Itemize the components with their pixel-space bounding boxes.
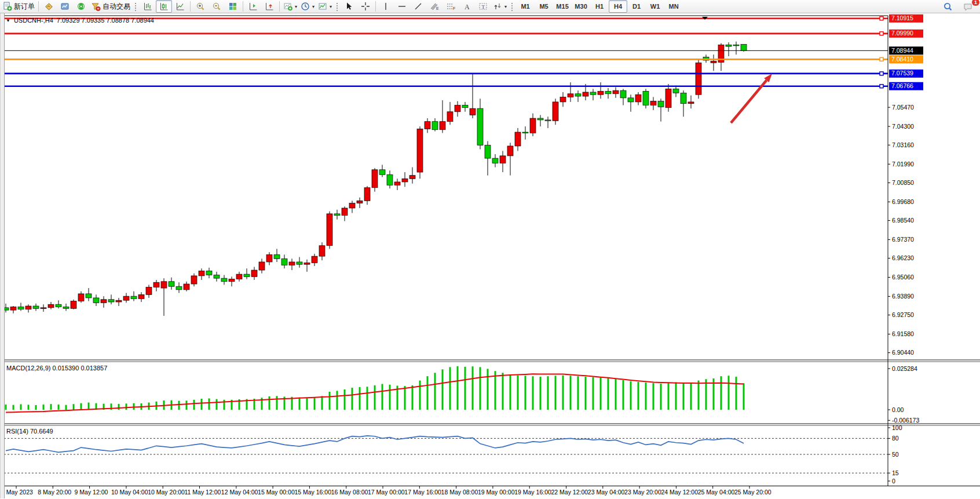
- svg-text:9 May 12:00: 9 May 12:00: [75, 489, 108, 496]
- text-label-tool-button[interactable]: T: [475, 0, 491, 13]
- search-icon: [943, 2, 953, 12]
- svg-text:80: 80: [892, 435, 899, 442]
- periods-dropdown-arrow[interactable]: ▾: [312, 4, 315, 9]
- svg-text:0: 0: [892, 478, 895, 485]
- window-left-frame: [0, 13, 5, 498]
- svg-text:6.92750: 6.92750: [892, 311, 914, 318]
- hline-handle: [880, 17, 883, 20]
- svg-text:6.97370: 6.97370: [892, 236, 914, 243]
- crosshair-tool-button[interactable]: [357, 0, 374, 13]
- indicators-dropdown-arrow[interactable]: ▾: [295, 4, 297, 9]
- svg-text:11 May 12:00: 11 May 12:00: [185, 489, 221, 496]
- cursor-tool-button[interactable]: [341, 0, 357, 13]
- svg-text:12 May 04:00: 12 May 04:00: [221, 489, 258, 496]
- svg-text:0.025284: 0.025284: [892, 365, 917, 372]
- trendline-tool-button[interactable]: [410, 0, 426, 13]
- main-toolbar: 新订单: [0, 0, 980, 13]
- hline-handle: [880, 72, 883, 75]
- hline-handle: [880, 85, 883, 88]
- timeframe-m30-button[interactable]: M30: [572, 0, 590, 13]
- market-watch-button[interactable]: [41, 0, 57, 13]
- timeframe-mn-button[interactable]: MN: [664, 0, 683, 13]
- svg-text:18 May 08:00: 18 May 08:00: [441, 489, 478, 496]
- svg-text:8 May 2023: 8 May 2023: [1, 489, 33, 496]
- signals-button[interactable]: [73, 0, 89, 13]
- svg-text:6.91580: 6.91580: [892, 330, 914, 337]
- auto-trading-label: 自动交易: [103, 2, 130, 12]
- horizontal-line-tool-button[interactable]: [394, 0, 410, 13]
- candlestick-mode-button[interactable]: [156, 0, 172, 13]
- svg-text:0.00: 0.00: [892, 406, 904, 413]
- community-button[interactable]: 1: [960, 1, 977, 13]
- equidistant-channel-tool-button[interactable]: E: [426, 0, 443, 13]
- auto-scroll-icon: [265, 2, 274, 11]
- new-order-button[interactable]: 新订单: [1, 0, 36, 13]
- svg-text:23 May 04:00: 23 May 04:00: [588, 489, 625, 496]
- svg-text:-0.006173: -0.006173: [892, 417, 919, 424]
- svg-text:8 May 20:00: 8 May 20:00: [38, 489, 71, 496]
- text-tool-button[interactable]: A: [459, 0, 475, 13]
- bar-chart-mode-button[interactable]: [140, 0, 156, 13]
- svg-text:T: T: [481, 4, 485, 10]
- chart-shift-button[interactable]: [245, 0, 261, 13]
- svg-text:15 May 00:00: 15 May 00:00: [258, 489, 295, 496]
- tile-windows-button[interactable]: [225, 0, 241, 13]
- svg-text:17 May 00:00: 17 May 00:00: [368, 489, 405, 496]
- chart-canvas[interactable]: 7.054707.043007.031607.019907.008506.996…: [0, 13, 980, 499]
- timeframe-m15-button[interactable]: M15: [553, 0, 572, 13]
- svg-text:6.98540: 6.98540: [892, 217, 914, 224]
- templates-button[interactable]: ▾: [316, 0, 334, 13]
- templates-dropdown-arrow[interactable]: ▾: [330, 4, 332, 9]
- svg-text:19 May 00:00: 19 May 00:00: [478, 489, 515, 496]
- svg-text:7.04300: 7.04300: [892, 123, 914, 130]
- vertical-line-tool-button[interactable]: [378, 0, 394, 13]
- tile-windows-icon: [228, 2, 237, 11]
- svg-text:7.00850: 7.00850: [892, 179, 914, 186]
- indicators-button[interactable]: ▾: [281, 0, 299, 13]
- svg-text:E: E: [436, 6, 439, 10]
- trading-terminal-window: { "toolbar": { "new_order_label": "新订单",…: [0, 0, 980, 499]
- text-tool-icon: A: [463, 2, 471, 11]
- auto-trading-icon: [91, 2, 101, 11]
- zoom-out-button[interactable]: [209, 0, 225, 13]
- zoom-in-button[interactable]: [192, 0, 209, 13]
- svg-text:6.96230: 6.96230: [892, 254, 914, 261]
- svg-text:24 May 12:00: 24 May 12:00: [661, 489, 698, 496]
- periods-button[interactable]: ▾: [299, 0, 316, 13]
- svg-text:A: A: [465, 3, 470, 11]
- timeframe-w1-button[interactable]: W1: [646, 0, 664, 13]
- svg-text:7.07539: 7.07539: [891, 70, 913, 77]
- svg-text:7.09990: 7.09990: [891, 30, 913, 37]
- clock-icon: [301, 2, 310, 11]
- svg-text:50: 50: [892, 451, 899, 458]
- text-label-icon: T: [478, 2, 488, 11]
- timeframe-h1-button[interactable]: H1: [590, 0, 609, 13]
- arrows-tool-button[interactable]: ▾: [491, 0, 509, 13]
- fibonacci-tool-button[interactable]: F: [443, 0, 459, 13]
- auto-scroll-button[interactable]: [261, 0, 277, 13]
- auto-trading-button[interactable]: 自动交易: [89, 0, 132, 13]
- equidistant-channel-icon: E: [430, 2, 440, 11]
- indicators-icon: [283, 2, 292, 11]
- svg-text:25 May 20:00: 25 May 20:00: [734, 489, 771, 496]
- arrows-tool-icon: [493, 2, 502, 11]
- svg-text:7.08944: 7.08944: [891, 47, 913, 54]
- svg-text:6.90440: 6.90440: [892, 349, 914, 356]
- svg-text:10 May 04:00: 10 May 04:00: [111, 489, 148, 496]
- zoom-in-icon: [196, 2, 206, 11]
- vertical-line-icon: [382, 2, 390, 11]
- fibonacci-icon: F: [446, 2, 456, 11]
- search-button[interactable]: [939, 1, 956, 13]
- data-window-button[interactable]: [57, 0, 73, 13]
- svg-text:6.99680: 6.99680: [892, 198, 914, 205]
- svg-text:6.95060: 6.95060: [892, 274, 914, 281]
- timeframe-m1-button[interactable]: M1: [516, 0, 535, 13]
- arrows-dropdown-arrow[interactable]: ▾: [504, 4, 507, 9]
- line-chart-mode-button[interactable]: [172, 0, 188, 13]
- timeframe-d1-button[interactable]: D1: [627, 0, 646, 13]
- timeframe-h4-button[interactable]: H4: [609, 0, 627, 13]
- crosshair-icon: [361, 2, 370, 11]
- svg-text:7.05470: 7.05470: [892, 104, 914, 111]
- timeframe-m5-button[interactable]: M5: [535, 0, 553, 13]
- hline-handle: [880, 57, 883, 61]
